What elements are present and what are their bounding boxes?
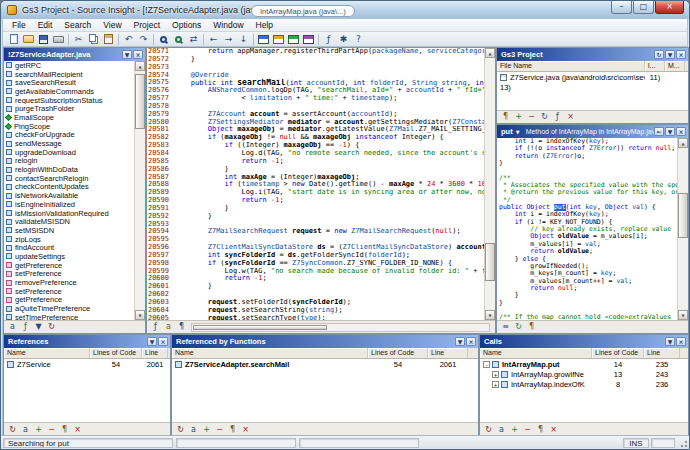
refresh-icon[interactable]: ↻ — [7, 425, 18, 435]
expander-icon[interactable]: + — [492, 371, 499, 378]
refresh-icon[interactable]: ↻ — [483, 425, 494, 435]
scroll-up-icon[interactable]: ▲ — [485, 48, 495, 58]
editor-horizontal-scrollbar[interactable] — [191, 323, 490, 332]
sort-alpha-icon[interactable]: a — [163, 322, 174, 332]
replace-icon[interactable]: ⇄ — [186, 33, 201, 46]
go-back-icon[interactable]: ← — [206, 33, 221, 46]
symbol-list-icon[interactable]: ƒ — [150, 322, 161, 332]
back-icon[interactable]: ← — [654, 127, 664, 136]
scrollbar-thumb[interactable] — [135, 74, 145, 129]
column-header[interactable]: Lines of Code — [592, 348, 644, 358]
column-header[interactable]: Name — [172, 348, 368, 358]
filter-icon[interactable]: ▼ — [33, 322, 44, 332]
scrollbar-thumb[interactable] — [485, 243, 495, 281]
scroll-up-icon[interactable]: ▲ — [135, 61, 145, 71]
show-doc-icon[interactable]: ¶ — [526, 322, 537, 332]
refresh-icon[interactable]: ↻ — [46, 322, 57, 332]
sort-icon[interactable]: a — [496, 425, 507, 435]
scrollbar-thumb[interactable] — [678, 193, 688, 238]
symbol-item[interactable]: removePreference — [4, 278, 134, 287]
auto-follow-icon[interactable]: ↻ — [513, 322, 524, 332]
redo-icon[interactable]: ↷ — [136, 33, 151, 46]
symbol-item[interactable]: aQuiteTimePreference — [4, 304, 134, 313]
scroll-down-icon[interactable]: ▼ — [135, 310, 145, 320]
table-row[interactable]: Z7Service542061 — [4, 359, 170, 369]
symbol-item[interactable]: EmailScope — [4, 113, 134, 122]
menu-item-search[interactable]: Search — [58, 19, 97, 31]
browse-symbols-icon[interactable]: ƒ — [321, 33, 336, 46]
resize-grip[interactable] — [677, 437, 688, 448]
symbol-item[interactable]: checkForUpgrade — [4, 131, 134, 140]
references-panel-title[interactable]: References ▼× — [4, 335, 170, 348]
symbol-item[interactable]: zipLogs — [4, 235, 134, 244]
print-icon[interactable] — [51, 33, 66, 46]
calls-panel-title[interactable]: Calls ▼× — [480, 335, 688, 348]
dock-icon[interactable]: ▼ — [147, 337, 157, 346]
search-icon[interactable] — [156, 33, 171, 46]
collapse-all-icon[interactable]: − — [522, 425, 533, 435]
dock-icon[interactable]: ▼ — [665, 127, 675, 136]
referenced-by-panel-title[interactable]: Referenced by Functions ▼× — [172, 335, 478, 348]
column-header[interactable]: Name — [480, 348, 592, 358]
relation-window-icon[interactable] — [286, 33, 301, 46]
open-file-icon[interactable] — [21, 33, 36, 46]
close-icon[interactable]: × — [548, 425, 559, 435]
close-icon[interactable]: × — [466, 337, 476, 346]
menu-item-options[interactable]: Options — [166, 19, 207, 31]
help-icon[interactable]: ? — [351, 33, 366, 46]
close-icon[interactable]: × — [676, 127, 686, 136]
expand-all-icon[interactable]: + — [33, 425, 44, 435]
doc-icon[interactable]: ¶ — [227, 425, 238, 435]
project-panel-title[interactable]: Gs3 Project ↻▼× — [497, 48, 688, 61]
close-icon[interactable]: × — [676, 50, 686, 59]
editor-vertical-scrollbar[interactable]: ▲ ▼ — [484, 48, 495, 320]
symbol-window-icon[interactable] — [256, 33, 271, 46]
chevron-down-icon[interactable]: ▼ — [516, 129, 520, 135]
column-header[interactable]: Line — [428, 348, 468, 358]
symbol-item[interactable]: setPreference — [4, 287, 134, 296]
table-row[interactable]: -IntArrayMap.put14235 — [480, 359, 688, 369]
symbol-item[interactable]: getPreference — [4, 296, 134, 305]
open-file-icon[interactable]: ¶ — [500, 112, 511, 122]
symbol-item[interactable]: updateSettings — [4, 252, 134, 261]
menu-item-edit[interactable]: Edit — [32, 19, 59, 31]
expand-all-icon[interactable]: + — [509, 425, 520, 435]
symbol-item[interactable]: sendMessage — [4, 139, 134, 148]
doc-icon[interactable]: ¶ — [535, 425, 546, 435]
scroll-up-icon[interactable]: ▲ — [678, 138, 688, 148]
show-marks-icon[interactable]: ¶ — [176, 322, 187, 332]
refresh-icon[interactable]: ↻ — [175, 425, 186, 435]
close-icon[interactable]: × — [240, 425, 251, 435]
insert-mode-indicator[interactable]: INS — [623, 438, 649, 448]
browse-icon[interactable]: ƒ — [552, 112, 563, 122]
new-file-icon[interactable] — [6, 33, 21, 46]
table-row[interactable]: Z7Service.java (java\android\src\com\sev… — [497, 72, 688, 82]
sort-alphabetic-icon[interactable]: a — [7, 322, 18, 332]
menu-item-window[interactable]: Window — [207, 19, 249, 31]
symbol-item[interactable]: relogin — [4, 157, 134, 166]
sort-icon[interactable]: a — [188, 425, 199, 435]
symbol-item[interactable]: checkContentUpdates — [4, 183, 134, 192]
close-icon[interactable]: × — [158, 337, 168, 346]
collapse-all-icon[interactable]: − — [46, 425, 57, 435]
column-header[interactable]: l... — [645, 61, 665, 71]
undo-icon[interactable]: ↶ — [121, 33, 136, 46]
maximize-button[interactable]: □ — [633, 1, 654, 14]
dock-icon[interactable]: ▼ — [455, 337, 465, 346]
column-header[interactable]: Line — [142, 348, 168, 358]
setup-icon[interactable]: ✱ — [336, 33, 351, 46]
sync-icon[interactable]: ↻ — [654, 50, 664, 59]
close-button[interactable]: × — [655, 1, 684, 14]
synchronize-icon[interactable]: ↻ — [539, 112, 550, 122]
title-bar[interactable]: Gs3 Project - Source Insight - [!Z7Servi… — [1, 1, 689, 19]
code-editor[interactable]: 20571 return appManager.registerThirdPar… — [147, 48, 484, 320]
sort-by-type-icon[interactable]: ƒ — [20, 322, 31, 332]
symbol-item[interactable]: saveSearchResult — [4, 78, 134, 87]
table-row[interactable]: +IntArrayMap.growIfNe13243 — [480, 369, 688, 379]
table-row[interactable]: +IntArrayMap.indexOfK8236 — [480, 379, 688, 389]
column-header[interactable]: Line — [644, 348, 680, 358]
column-header[interactable]: M... — [665, 61, 685, 71]
remove-file-icon[interactable]: − — [526, 112, 537, 122]
go-forward-icon[interactable]: → — [221, 33, 236, 46]
symbol-item[interactable]: requestSubscriptionStatus — [4, 96, 134, 105]
